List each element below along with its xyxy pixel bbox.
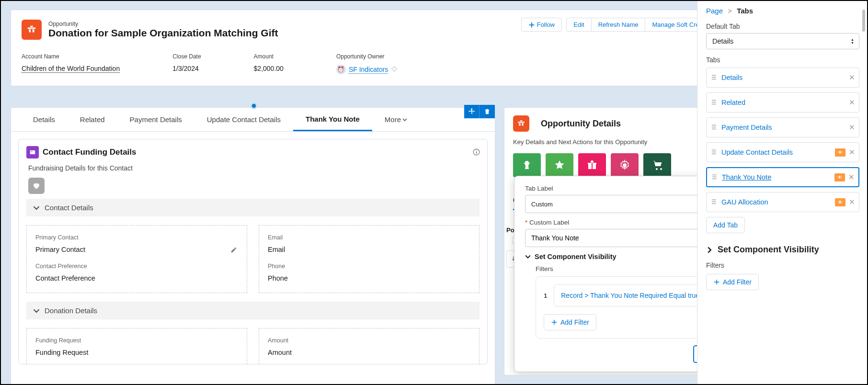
funding-request-value: Funding Request xyxy=(35,349,238,356)
tile-gear-icon[interactable] xyxy=(611,153,639,177)
object-type: Opportunity xyxy=(48,21,278,27)
svg-rect-3 xyxy=(30,26,33,27)
builder-tab-update-contact-details[interactable]: ☰ Update Contact Details 👁 ✕ xyxy=(706,142,859,162)
builder-tab-gau-allocation[interactable]: ☰ GAU Allocation 👁 ✕ xyxy=(706,192,859,212)
svg-rect-5 xyxy=(31,151,33,152)
contact-pref-label: Contact Preference xyxy=(35,263,238,270)
amount-value: $2,000.00 xyxy=(254,65,284,72)
amount2-value: Amount xyxy=(268,349,470,356)
contact-details-accordion[interactable]: Contact Details xyxy=(26,199,480,216)
edit-button[interactable]: Edit xyxy=(566,18,591,32)
contact-pref-value: Contact Preference xyxy=(35,274,238,282)
scrollbar[interactable] xyxy=(862,10,865,32)
crumb-current: Tabs xyxy=(737,7,753,15)
phone-label: Phone xyxy=(268,263,470,270)
remove-tab-icon[interactable]: ✕ xyxy=(849,99,855,106)
svg-rect-18 xyxy=(592,163,593,169)
svg-rect-4 xyxy=(30,150,35,154)
section-icon xyxy=(26,146,39,159)
amount2-label: Amount xyxy=(268,337,470,344)
tab-payment-details[interactable]: Payment Details xyxy=(117,108,194,131)
rp-filters-label: Filters xyxy=(706,261,859,269)
grip-icon[interactable]: ☰ xyxy=(711,99,717,106)
follow-button[interactable]: Follow xyxy=(521,18,562,32)
tab-thank-you-note[interactable]: Thank You Note xyxy=(293,108,372,131)
donation-details-accordion[interactable]: Donation Details xyxy=(26,302,480,319)
rp-add-filter-button[interactable]: Add Filter xyxy=(706,274,759,290)
svg-rect-7 xyxy=(476,151,477,154)
svg-point-19 xyxy=(623,163,627,167)
remove-tab-icon[interactable]: ✕ xyxy=(849,124,855,131)
change-owner-icon[interactable] xyxy=(391,66,398,74)
record-title: Donation for Sample Organization Matchin… xyxy=(48,27,278,39)
tile-money-icon[interactable] xyxy=(513,153,541,177)
tab-more[interactable]: More xyxy=(372,108,420,131)
heart-indicator-icon[interactable] xyxy=(28,178,45,194)
grip-icon[interactable]: ☰ xyxy=(711,124,717,131)
refresh-name-button[interactable]: Refresh Name xyxy=(591,18,646,32)
edit-icon[interactable] xyxy=(230,247,237,255)
remove-tab-icon[interactable]: ✕ xyxy=(849,198,855,206)
section-subtitle: Fundraising Details for this Contact xyxy=(28,164,480,172)
add-tab-button[interactable]: Add Tab xyxy=(706,217,745,233)
partial-field-label: Po xyxy=(506,226,514,234)
tab-bar: Details Related Payment Details Update C… xyxy=(11,108,495,132)
add-filter-button[interactable]: Add Filter xyxy=(544,314,596,330)
chevron-down-icon xyxy=(33,204,40,211)
svg-rect-9 xyxy=(518,122,525,123)
remove-tab-icon[interactable]: ✕ xyxy=(849,148,855,156)
builder-tab-thank-you-note[interactable]: ☰ Thank You Note 👁 ✕ xyxy=(706,167,859,187)
tile-star-icon[interactable] xyxy=(546,153,573,177)
crumb-page[interactable]: Page xyxy=(706,7,723,15)
tile-cart-icon[interactable] xyxy=(643,153,671,177)
phone-value: Phone xyxy=(268,274,470,282)
remove-tab-icon[interactable]: ✕ xyxy=(849,74,855,81)
owner-link[interactable]: SF Indicators xyxy=(349,66,388,73)
opportunity-icon-small xyxy=(513,115,529,132)
default-tab-label: Default Tab xyxy=(706,23,859,30)
svg-rect-10 xyxy=(519,123,521,125)
builder-tab-related[interactable]: ☰ Related ✕ xyxy=(706,92,859,113)
primary-contact-label: Primary Contact xyxy=(35,234,238,241)
grip-icon[interactable]: ☰ xyxy=(711,74,717,81)
grip-icon[interactable]: ☰ xyxy=(712,174,717,181)
tile-gift-icon[interactable] xyxy=(578,153,606,177)
tab-details[interactable]: Details xyxy=(21,108,68,131)
primary-contact-value: Primary Contact xyxy=(35,246,238,253)
owner-avatar-icon: ⏰ xyxy=(336,65,346,74)
email-label: Email xyxy=(268,234,470,241)
builder-panel: Page > Tabs Default Tab Details ▲▼ Tabs … xyxy=(697,1,867,384)
owner-label: Opportunity Owner xyxy=(336,53,398,60)
close-date-label: Close Date xyxy=(172,53,201,60)
email-phone-box: Email Email Phone Phone xyxy=(259,225,480,293)
remove-tab-icon[interactable]: ✕ xyxy=(848,173,855,181)
grip-icon[interactable]: ☰ xyxy=(711,149,717,156)
svg-rect-12 xyxy=(520,120,523,121)
primary-contact-box: Primary Contact Primary Contact Contact … xyxy=(26,225,247,293)
visibility-badge-icon: 👁 xyxy=(835,198,845,206)
builder-tab-details[interactable]: ☰ Details ✕ xyxy=(706,68,859,88)
visibility-section[interactable]: Set Component Visibility xyxy=(706,245,859,255)
funding-request-label: Funding Request xyxy=(35,337,238,344)
visibility-badge-icon: 👁 xyxy=(834,173,845,181)
amount-box: Amount Amount xyxy=(259,328,480,364)
svg-rect-2 xyxy=(33,29,34,32)
tab-update-contact-details[interactable]: Update Contact Details xyxy=(194,108,293,131)
breadcrumb: Page > Tabs xyxy=(706,7,859,15)
account-name-link[interactable]: Children of the World Foundation xyxy=(22,65,120,72)
contact-funding-section: Contact Funding Details Fundraising Deta… xyxy=(18,139,488,364)
grip-icon[interactable]: ☰ xyxy=(711,199,717,205)
tabs-header: Tabs xyxy=(706,56,859,64)
filter-number: 1 xyxy=(544,292,547,299)
chevron-down-icon xyxy=(33,307,40,314)
svg-rect-0 xyxy=(28,27,36,29)
record-header: Opportunity Donation for Sample Organiza… xyxy=(11,10,739,86)
tab-related[interactable]: Related xyxy=(68,108,117,131)
builder-tab-payment-details[interactable]: ☰ Payment Details ✕ xyxy=(706,117,859,137)
info-icon[interactable] xyxy=(472,148,480,158)
default-tab-select[interactable]: Details ▲▼ xyxy=(706,33,859,49)
section-title: Contact Funding Details xyxy=(43,147,137,157)
amount-label: Amount xyxy=(254,53,284,60)
funding-request-box: Funding Request Funding Request xyxy=(26,328,247,364)
account-name-label: Account Name xyxy=(22,53,120,60)
